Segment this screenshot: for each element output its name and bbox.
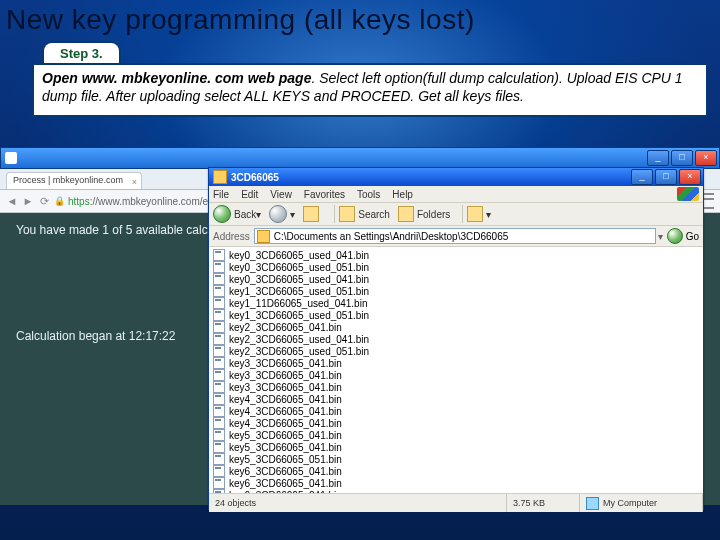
explorer-maximize-button[interactable]: □ [655,169,677,185]
file-name: key2_3CD66065_used_051.bin [229,346,369,357]
file-name: key5_3CD66065_041.bin [229,442,342,453]
file-icon [213,261,225,273]
file-icon [213,273,225,285]
explorer-close-button[interactable]: × [679,169,701,185]
menu-help[interactable]: Help [392,189,413,200]
folder-small-icon [257,230,270,243]
views-button[interactable]: ▾ [467,206,491,222]
menu-view[interactable]: View [270,189,292,200]
menu-file[interactable]: File [213,189,229,200]
file-icon [213,369,225,381]
close-tab-icon[interactable]: × [132,175,137,190]
file-name: key5_3CD66065_051.bin [229,454,342,465]
chrome-tab[interactable]: Process | mbkeyonline.com × [6,172,142,189]
file-name: key1_3CD66065_used_051.bin [229,286,369,297]
file-row[interactable]: key4_3CD66065_041.bin [213,405,699,417]
file-row[interactable]: key6_3CD66065_041.bin [213,477,699,489]
file-icon [213,333,225,345]
file-row[interactable]: key4_3CD66065_041.bin [213,417,699,429]
file-row[interactable]: key5_3CD66065_041.bin [213,441,699,453]
file-icon [213,345,225,357]
instruction-text-1: Open www. mbkeyonline. com web page [42,70,311,86]
explorer-titlebar[interactable]: 3CD66065 _ □ × [209,168,703,186]
lock-icon: 🔒 [54,196,64,206]
file-row[interactable]: key2_3CD66065_used_041.bin [213,333,699,345]
search-button[interactable]: Search [339,206,390,222]
file-icon [213,453,225,465]
folders-button[interactable]: Folders [398,206,450,222]
file-icon [213,309,225,321]
file-icon [213,357,225,369]
forward-button[interactable]: ▾ [269,205,295,223]
file-name: key2_3CD66065_041.bin [229,322,342,333]
file-icon [213,405,225,417]
back-icon[interactable]: ◄ [6,195,18,207]
file-row[interactable]: key5_3CD66065_041.bin [213,429,699,441]
file-icon [213,285,225,297]
file-list: key0_3CD66065_used_041.binkey0_3CD66065_… [209,247,703,493]
explorer-minimize-button[interactable]: _ [631,169,653,185]
file-row[interactable]: key6_3CD66065_041.bin [213,465,699,477]
maximize-button[interactable]: □ [671,150,693,166]
file-row[interactable]: key3_3CD66065_041.bin [213,381,699,393]
file-row[interactable]: key0_3CD66065_used_041.bin [213,249,699,261]
file-icon [213,465,225,477]
menu-tools[interactable]: Tools [357,189,380,200]
explorer-toolbar: Back ▾ ▾ Search Folders ▾ [209,203,703,226]
explorer-window-title: 3CD66065 [231,172,631,183]
up-button[interactable] [303,206,322,222]
file-name: key0_3CD66065_used_051.bin [229,262,369,273]
menu-edit[interactable]: Edit [241,189,258,200]
step-badge: Step 3. [42,41,121,63]
file-icon [213,321,225,333]
file-row[interactable]: key0_3CD66065_used_041.bin [213,273,699,285]
file-name: key1_11D66065_used_041.bin [229,298,367,309]
address-field[interactable]: C:\Documents an Settings\Andrii\Desktop\… [254,228,656,244]
file-row[interactable]: key3_3CD66065_041.bin [213,357,699,369]
file-name: key6_3CD66065_041.bin [229,466,342,477]
file-row[interactable]: key1_11D66065_used_041.bin [213,297,699,309]
go-button[interactable]: Go [667,228,699,244]
close-button[interactable]: × [695,150,717,166]
reload-icon[interactable]: ⟳ [38,195,50,207]
file-row[interactable]: key3_3CD66065_041.bin [213,369,699,381]
file-name: key2_3CD66065_used_041.bin [229,334,369,345]
file-row[interactable]: key0_3CD66065_used_051.bin [213,261,699,273]
chrome-titlebar[interactable]: _ □ × [0,147,720,169]
status-objects: 24 objects [209,494,507,512]
explorer-window: 3CD66065 _ □ × File Edit View Favorites … [208,167,704,510]
file-row[interactable]: key1_3CD66065_used_051.bin [213,309,699,321]
file-icon [213,381,225,393]
file-icon [213,393,225,405]
file-row[interactable]: key2_3CD66065_used_051.bin [213,345,699,357]
file-icon [213,441,225,453]
minimize-button[interactable]: _ [647,150,669,166]
menu-favorites[interactable]: Favorites [304,189,345,200]
folders-icon [398,206,414,222]
file-name: key4_3CD66065_041.bin [229,406,342,417]
explorer-statusbar: 24 objects 3.75 KB My Computer [209,493,703,512]
explorer-menubar: File Edit View Favorites Tools Help [209,186,703,203]
chrome-tab-label: Process | mbkeyonline.com [13,175,123,185]
file-row[interactable]: key1_3CD66065_used_051.bin [213,285,699,297]
back-button[interactable]: Back ▾ [213,205,261,223]
file-name: key4_3CD66065_041.bin [229,418,342,429]
file-row[interactable]: key2_3CD66065_041.bin [213,321,699,333]
file-icon [213,249,225,261]
file-name: key3_3CD66065_041.bin [229,370,342,381]
file-name: key6_3CD66065_041.bin [229,490,342,494]
file-row[interactable]: key5_3CD66065_051.bin [213,453,699,465]
page-title: New key programming (all keys lost) [6,4,475,36]
address-path: C:\Documents an Settings\Andrii\Desktop\… [274,231,509,242]
status-size: 3.75 KB [507,494,580,512]
windows-logo-icon [677,187,699,201]
explorer-addressbar: Address C:\Documents an Settings\Andrii\… [209,226,703,247]
file-name: key3_3CD66065_041.bin [229,382,342,393]
chrome-app-icon [5,152,17,164]
file-name: key6_3CD66065_041.bin [229,478,342,489]
file-row[interactable]: key4_3CD66065_041.bin [213,393,699,405]
file-icon [213,489,225,493]
forward-icon[interactable]: ► [22,195,34,207]
file-name: key0_3CD66065_used_041.bin [229,250,369,261]
file-name: key4_3CD66065_041.bin [229,394,342,405]
